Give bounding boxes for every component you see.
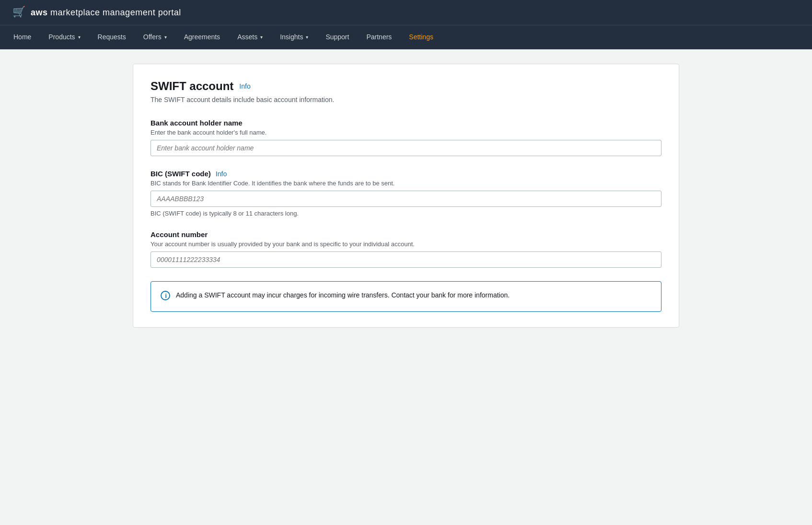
card-header: SWIFT account Info [151, 80, 661, 93]
nav-agreements[interactable]: Agreements [175, 25, 229, 49]
brand-name: aws marketplace management portal [31, 8, 181, 18]
nav-insights[interactable]: Insights ▾ [271, 25, 317, 49]
logo-bar: 🛒 aws marketplace management portal [0, 0, 812, 25]
account-number-description: Your account number is usually provided … [151, 240, 661, 248]
bank-account-holder-section: Bank account holder name Enter the bank … [151, 119, 661, 156]
svg-text:🛒: 🛒 [12, 5, 26, 18]
nav-partners[interactable]: Partners [358, 25, 400, 49]
swift-account-card: SWIFT account Info The SWIFT account det… [133, 64, 679, 328]
card-subtitle: The SWIFT account details include basic … [151, 96, 661, 103]
assets-chevron-icon: ▾ [260, 34, 263, 40]
bank-account-holder-input[interactable] [151, 140, 661, 156]
card-title: SWIFT account [151, 80, 233, 93]
swift-info-box: i Adding a SWIFT account may incur charg… [151, 281, 661, 312]
bic-swift-label: BIC (SWIFT code) Info [151, 170, 661, 178]
info-circle-icon: i [161, 291, 170, 303]
nav-products[interactable]: Products ▾ [40, 25, 89, 49]
main-nav: Home Products ▾ Requests Offers ▾ Agreem… [0, 25, 812, 49]
account-number-section: Account number Your account number is us… [151, 230, 661, 268]
account-number-label: Account number [151, 230, 661, 239]
swift-account-info-link[interactable]: Info [239, 82, 250, 90]
nav-home[interactable]: Home [5, 25, 40, 49]
bic-info-link[interactable]: Info [216, 170, 227, 178]
bic-swift-hint: BIC (SWIFT code) is typically 8 or 11 ch… [151, 210, 661, 217]
bic-swift-section: BIC (SWIFT code) Info BIC stands for Ban… [151, 170, 661, 217]
bic-swift-description: BIC stands for Bank Identifier Code. It … [151, 180, 661, 187]
nav-support[interactable]: Support [317, 25, 358, 49]
insights-chevron-icon: ▾ [306, 34, 308, 40]
aws-logo-icon: 🛒 [10, 4, 27, 21]
nav-requests[interactable]: Requests [89, 25, 135, 49]
offers-chevron-icon: ▾ [164, 34, 167, 40]
svg-text:i: i [165, 293, 167, 299]
bank-account-holder-label: Bank account holder name [151, 119, 661, 127]
account-number-input[interactable] [151, 251, 661, 268]
info-box-text: Adding a SWIFT account may incur charges… [176, 290, 510, 300]
main-content: SWIFT account Info The SWIFT account det… [0, 49, 812, 342]
bank-account-holder-description: Enter the bank account holder's full nam… [151, 129, 661, 136]
bic-swift-input[interactable] [151, 191, 661, 207]
products-chevron-icon: ▾ [78, 34, 81, 40]
nav-settings[interactable]: Settings [400, 25, 442, 49]
nav-offers[interactable]: Offers ▾ [135, 25, 175, 49]
nav-assets[interactable]: Assets ▾ [229, 25, 271, 49]
